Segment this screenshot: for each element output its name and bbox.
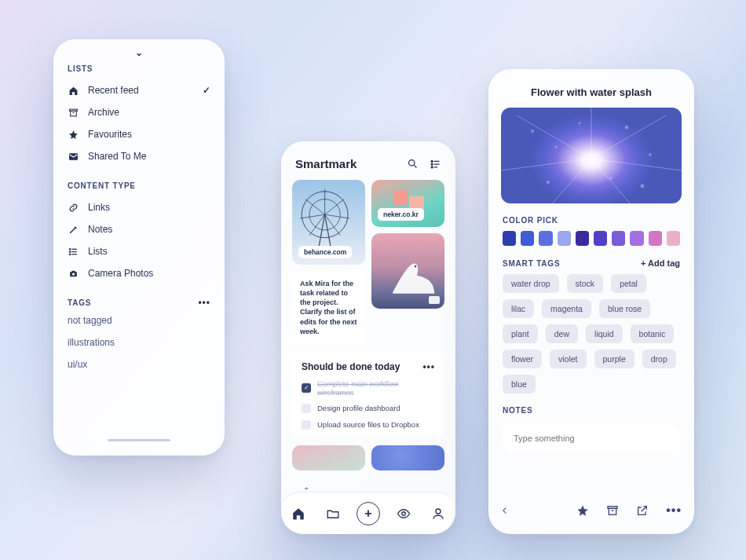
- nav-profile[interactable]: [427, 503, 449, 525]
- home-icon: [68, 86, 79, 96]
- smart-tag[interactable]: dew: [546, 324, 578, 343]
- tag-uiux[interactable]: ui/ux: [53, 353, 225, 375]
- smart-tag[interactable]: liquid: [586, 324, 623, 343]
- svg-line-26: [300, 214, 324, 218]
- color-swatch-row: [488, 231, 694, 246]
- menu-item-archive[interactable]: Archive: [53, 101, 225, 123]
- svg-point-33: [402, 511, 406, 515]
- color-swatch[interactable]: [630, 231, 643, 246]
- smart-tag[interactable]: blue: [503, 375, 536, 393]
- color-swatch[interactable]: [594, 231, 607, 246]
- color-swatch[interactable]: [558, 231, 571, 246]
- feed-card-ferriswheel[interactable]: behance.com: [292, 180, 365, 265]
- color-swatch[interactable]: [503, 231, 516, 246]
- task-label: Design profile dashboard: [317, 404, 400, 412]
- section-title-tags: TAGS: [68, 298, 91, 307]
- smart-tag[interactable]: plant: [503, 324, 538, 343]
- svg-point-8: [69, 251, 70, 251]
- smart-tag[interactable]: drop: [642, 350, 676, 368]
- smart-tag[interactable]: flower: [503, 350, 542, 368]
- notes-input[interactable]: [503, 424, 680, 452]
- tag-not-tagged[interactable]: not tagged: [53, 309, 225, 331]
- bottom-nav: +: [281, 492, 455, 534]
- todo-task[interactable]: Upload source files to Dropbox: [302, 420, 435, 430]
- back-button[interactable]: [501, 505, 509, 516]
- search-icon[interactable]: [407, 158, 419, 170]
- open-external-button[interactable]: [636, 504, 649, 517]
- hero-image[interactable]: [501, 108, 682, 203]
- menu-item-lists[interactable]: Lists: [53, 240, 225, 262]
- task-label: Upload source files to Dropbox: [317, 420, 419, 429]
- add-tag-button[interactable]: + Add tag: [641, 258, 680, 268]
- menu-item-recent-feed[interactable]: Recent feed ✓: [53, 79, 225, 101]
- svg-point-42: [531, 130, 534, 133]
- filter-icon[interactable]: [430, 158, 441, 170]
- svg-point-17: [431, 167, 433, 168]
- menu-screen: ⌄ LISTS Recent feed ✓ Archive Favourites…: [53, 39, 225, 456]
- feed-card-swan[interactable]: [371, 233, 444, 309]
- menu-item-shared[interactable]: Shared To Me: [53, 145, 225, 167]
- svg-point-10: [71, 273, 74, 275]
- sheet-handle[interactable]: ⌄: [53, 39, 225, 61]
- svg-rect-1: [70, 111, 76, 116]
- archive-button[interactable]: [606, 504, 619, 517]
- menu-item-favourites[interactable]: Favourites: [53, 123, 225, 145]
- smart-tag[interactable]: stock: [567, 274, 604, 293]
- checkbox-icon[interactable]: [302, 404, 311, 413]
- archive-icon: [68, 108, 79, 118]
- color-swatch[interactable]: [539, 231, 552, 246]
- smart-tag[interactable]: lilac: [503, 299, 534, 318]
- menu-item-notes[interactable]: Notes: [53, 218, 225, 240]
- svg-point-46: [547, 181, 550, 184]
- nav-home[interactable]: [287, 503, 309, 525]
- camera-icon: [68, 269, 79, 279]
- smart-tag[interactable]: violet: [550, 350, 587, 368]
- link-icon: [68, 203, 79, 213]
- nav-add[interactable]: +: [357, 502, 380, 525]
- todo-task[interactable]: Design profile dashboard: [302, 404, 435, 413]
- nav-folder[interactable]: [322, 503, 344, 525]
- checkbox-checked-icon[interactable]: [302, 383, 311, 393]
- color-swatch[interactable]: [649, 231, 662, 246]
- smart-tag[interactable]: petal: [611, 274, 646, 293]
- checkbox-icon[interactable]: [302, 420, 311, 430]
- todo-task[interactable]: Complete main workflow wireframes: [302, 379, 435, 397]
- feed-note-card[interactable]: Ask Mira for the task related to the pro…: [292, 271, 365, 344]
- svg-line-12: [414, 165, 416, 167]
- section-title-content-type: CONTENT TYPE: [53, 178, 225, 196]
- svg-rect-51: [609, 508, 616, 514]
- color-swatch[interactable]: [521, 231, 534, 246]
- color-swatch[interactable]: [576, 231, 589, 246]
- chevron-down-icon: ⌄: [135, 47, 143, 61]
- nav-eye[interactable]: [393, 503, 415, 525]
- menu-item-label: Favourites: [88, 129, 132, 140]
- feed-card-thumb[interactable]: [292, 445, 365, 470]
- more-icon[interactable]: •••: [422, 361, 435, 372]
- color-swatch[interactable]: [612, 231, 625, 246]
- svg-rect-30: [393, 190, 408, 205]
- menu-item-links[interactable]: Links: [53, 196, 225, 218]
- svg-point-7: [69, 248, 70, 249]
- detail-screen: Flower with water splash COLOR PICK SMAR…: [488, 69, 694, 534]
- smart-tag[interactable]: botanic: [631, 324, 675, 343]
- svg-line-37: [591, 115, 666, 159]
- home-indicator: [108, 439, 170, 441]
- smart-tag[interactable]: purple: [594, 350, 634, 368]
- color-swatch[interactable]: [667, 231, 680, 246]
- more-button[interactable]: •••: [666, 503, 682, 518]
- tag-illustrations[interactable]: illustrations: [53, 331, 225, 353]
- more-icon[interactable]: •••: [198, 297, 210, 308]
- svg-line-38: [591, 159, 682, 170]
- feed-card-cubes[interactable]: neker.co.kr: [371, 180, 444, 227]
- menu-item-label: Shared To Me: [88, 151, 147, 162]
- feed-screen: Smartmark: [281, 141, 455, 534]
- menu-item-label: Recent feed: [88, 85, 139, 96]
- favourite-button[interactable]: [576, 504, 589, 517]
- smart-tag[interactable]: magenta: [542, 299, 591, 318]
- feed-card-thumb[interactable]: [371, 445, 444, 470]
- smart-tag[interactable]: blue rose: [599, 299, 650, 318]
- smart-tag[interactable]: water drop: [503, 274, 559, 293]
- svg-line-39: [591, 159, 642, 203]
- todo-card[interactable]: Should be done today ••• Complete main w…: [292, 352, 444, 437]
- menu-item-camera-photos[interactable]: Camera Photos: [53, 262, 225, 284]
